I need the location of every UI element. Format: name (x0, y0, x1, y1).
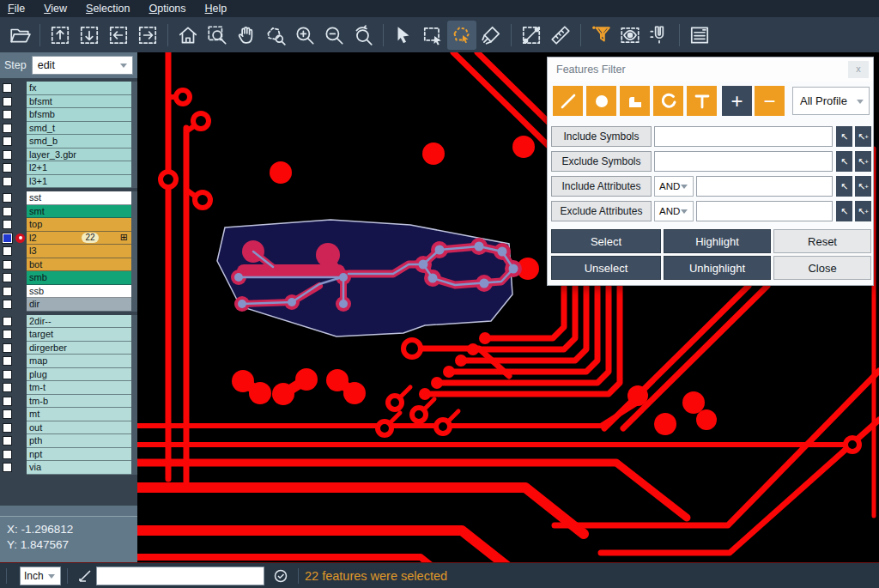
layer-row-mt[interactable]: mt (0, 408, 137, 421)
layer-row-out[interactable]: out (0, 421, 137, 435)
layer-visibility-checkbox[interactable] (3, 136, 12, 146)
layer-name[interactable]: smt (27, 205, 131, 219)
select-polygon-icon[interactable] (447, 21, 476, 50)
layer-row-npt[interactable]: npt (0, 448, 137, 462)
layer-name[interactable]: fx (27, 82, 131, 95)
ruler-icon[interactable] (546, 21, 575, 50)
layer-row-bot[interactable]: bot (0, 258, 137, 272)
zoom-previous-icon[interactable] (349, 21, 378, 50)
pick-arrow-button[interactable]: ↖ (836, 201, 852, 221)
layer-name[interactable]: layer_3.gbr (27, 149, 131, 162)
measure-line-icon[interactable] (517, 21, 546, 50)
exclude-attributes-input[interactable] (696, 201, 833, 221)
layer-name[interactable]: via (27, 461, 131, 475)
layer-visibility-checkbox[interactable] (3, 300, 12, 309)
layer-name[interactable]: bfsmt (27, 95, 131, 109)
view-options-icon[interactable] (615, 21, 645, 50)
layer-visibility-checkbox[interactable] (3, 463, 12, 472)
layer-row-l2+1[interactable]: l2+1 (0, 161, 137, 175)
layer-name[interactable]: bot (27, 258, 131, 272)
pick-arrow-plus-button[interactable]: ↖+ (855, 126, 871, 147)
layer-name[interactable]: l2+1 (27, 161, 131, 175)
layer-row-tm-b[interactable]: tm-b (0, 395, 137, 409)
shape-tool-pad-icon[interactable] (586, 86, 616, 116)
layer-row-map[interactable]: map (0, 355, 137, 368)
layer-name[interactable]: map (27, 355, 131, 368)
pick-arrow-button[interactable]: ↖ (836, 151, 852, 172)
layer-row-l3+1[interactable]: l3+1 (0, 175, 137, 189)
layer-row-target[interactable]: target (0, 328, 137, 342)
layer-name[interactable]: target (27, 328, 131, 342)
layer-visibility-checkbox[interactable] (3, 193, 12, 203)
layer-visibility-checkbox[interactable] (3, 246, 12, 256)
command-input[interactable] (96, 567, 264, 585)
layer-name[interactable]: ssb (27, 285, 131, 299)
layer-name[interactable]: tm-b (27, 395, 131, 409)
layer-row-smd_b[interactable]: smd_b (0, 135, 137, 149)
layer-name[interactable]: smd_b (27, 135, 131, 149)
pick-arrow-plus-button[interactable]: ↖+ (855, 201, 871, 221)
menu-selection[interactable]: Selection (86, 3, 130, 15)
pan-hand-icon[interactable] (232, 21, 261, 50)
layer-row-plug[interactable]: plug (0, 368, 137, 382)
layer-name[interactable]: out (27, 421, 131, 435)
layer-name[interactable]: npt (27, 448, 131, 462)
layer-row-dirgerber[interactable]: dirgerber (0, 342, 137, 355)
layer-name[interactable]: dir (27, 298, 131, 312)
pan-up-icon[interactable] (45, 21, 75, 50)
exclude-attributes-button[interactable]: Exclude Attributes (551, 201, 652, 221)
layer-visibility-checkbox[interactable] (3, 150, 12, 160)
highlight-button[interactable]: Highlight (664, 229, 771, 253)
layer-name[interactable]: mt (27, 408, 131, 421)
layer-row-dir[interactable]: dir (0, 298, 137, 312)
layer-row-l2[interactable]: l222⊞ (0, 232, 137, 246)
layer-row-sst[interactable]: sst (0, 191, 137, 205)
menu-options[interactable]: Options (149, 3, 185, 15)
select-button[interactable]: Select (551, 229, 661, 253)
exclude-symbols-button[interactable]: Exclude Symbols (551, 151, 652, 172)
layer-name[interactable]: bfsmb (27, 108, 131, 122)
pick-arrow-button[interactable]: ↖ (836, 176, 852, 197)
step-select[interactable]: edit (32, 56, 133, 75)
layer-row-smb[interactable]: smb (0, 271, 137, 285)
open-folder-icon[interactable] (5, 21, 34, 50)
layer-visibility-checkbox[interactable] (3, 273, 12, 282)
refresh-icon[interactable] (270, 568, 292, 584)
include-symbols-input[interactable] (654, 126, 833, 147)
shape-tool-line-icon[interactable] (553, 86, 583, 116)
and-select[interactable]: AND (654, 201, 694, 221)
profile-select[interactable]: All Profile (792, 87, 870, 115)
unhighlight-button[interactable]: Unhighlight (664, 256, 771, 280)
include-symbols-button[interactable]: Include Symbols (551, 126, 652, 147)
layer-visibility-checkbox[interactable] (3, 423, 12, 433)
menu-help[interactable]: Help (205, 3, 227, 15)
layers-panel-icon[interactable] (685, 21, 714, 50)
reset-button[interactable]: Reset (773, 229, 871, 253)
layer-visibility-checkbox[interactable] (3, 260, 12, 270)
features-filter-icon[interactable] (586, 21, 615, 50)
select-rect-icon[interactable] (418, 21, 447, 50)
layer-name[interactable]: pth (27, 434, 131, 448)
layer-visibility-checkbox[interactable] (3, 207, 12, 216)
exclude-symbols-input[interactable] (654, 151, 833, 172)
add-mode-button[interactable]: + (722, 86, 752, 116)
zoom-in-icon[interactable] (290, 21, 319, 50)
layer-visibility-checkbox[interactable] (3, 83, 12, 93)
shape-tool-arc-icon[interactable] (653, 86, 683, 116)
layer-name[interactable]: l3 (27, 245, 131, 258)
pan-left-icon[interactable] (104, 21, 133, 50)
dialog-title-bar[interactable]: Features Filter (548, 58, 873, 82)
layer-row-fx[interactable]: fx (0, 82, 137, 95)
pick-arrow-plus-button[interactable]: ↖+ (855, 151, 871, 172)
layer-visibility-checkbox[interactable] (3, 233, 12, 243)
layer-visibility-checkbox[interactable] (3, 177, 12, 186)
include-attributes-input[interactable] (696, 176, 833, 197)
layer-visibility-checkbox[interactable] (3, 397, 12, 406)
layer-visibility-checkbox[interactable] (3, 163, 12, 173)
layer-row-pth[interactable]: pth (0, 434, 137, 448)
layer-row-smd_t[interactable]: smd_t (0, 122, 137, 136)
layer-row-smt[interactable]: smt (0, 205, 137, 219)
clear-brush-icon[interactable] (476, 21, 506, 50)
layer-row-bfsmt[interactable]: bfsmt (0, 95, 137, 109)
pick-arrow-plus-button[interactable]: ↖+ (855, 176, 871, 197)
